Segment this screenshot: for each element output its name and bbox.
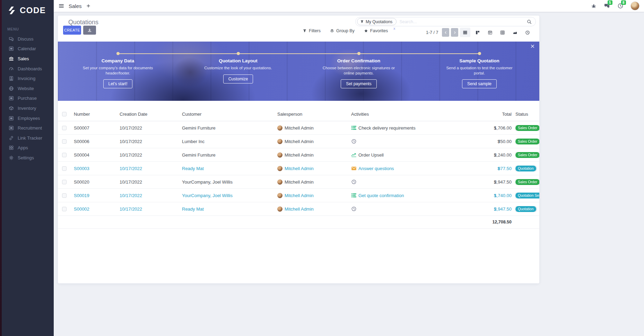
salesperson-name: Mitchell Admin [285,179,314,185]
search-facet[interactable]: My Quotations [357,18,397,25]
table-row[interactable]: S0000710/17/2022Gemini FurnitureMitchell… [58,121,539,135]
header-activities[interactable]: Activities [351,112,454,117]
table-row[interactable]: S0000310/17/2022Ready MatMitchell AdminA… [58,162,539,175]
header-total[interactable]: Total [454,112,512,117]
salesperson-avatar [277,179,282,185]
row-activity [351,179,454,185]
row-number: S00002 [70,206,115,212]
pager-previous-button[interactable] [442,28,449,37]
view-pivot-button[interactable] [497,28,508,37]
user-avatar[interactable] [631,2,639,10]
step-action-button[interactable]: Let's start! [103,79,133,88]
sidebar-item-sales[interactable]: Sales [0,54,54,64]
header-status[interactable]: Status [515,112,539,117]
row-checkbox[interactable] [62,207,67,211]
table-row[interactable]: S0000210/17/2022Ready MatMitchell Admin$… [58,202,539,216]
sidebar-item-website[interactable]: Website [0,83,54,94]
export-button[interactable] [83,26,96,35]
activity-label: Check delivery requirements [358,125,416,131]
banner-close-icon[interactable] [530,44,535,48]
sidebar-item-inventory[interactable]: Inventory [0,103,54,113]
view-kanban-button[interactable] [472,28,483,37]
filter-icon [360,20,364,24]
sidebar-item-invoicing[interactable]: Invoicing [0,73,54,83]
activity-clock-icon[interactable] [351,139,357,144]
app-logo[interactable]: CODE [0,0,54,15]
view-calendar-button[interactable] [485,28,495,37]
activity-mail-icon[interactable] [351,166,357,171]
row-status: Sales Order [515,179,539,185]
row-checkbox[interactable] [62,166,67,171]
pager: 1-7 / 7 [426,28,458,37]
sidebar-item-calendar[interactable]: Calendar [0,44,54,54]
step-description: Send a quotation to test the customer po… [443,65,516,76]
step-action-button[interactable]: Send sample [462,79,497,88]
activity-label: Answer questions [358,166,394,171]
favorites-button[interactable]: Favorites [364,28,388,33]
search-icon[interactable] [527,19,532,24]
row-checkbox[interactable] [62,180,67,184]
table-body: S0000710/17/2022Gemini FurnitureMitchell… [58,121,539,216]
sidebar-item-discuss[interactable]: Discuss [0,34,54,44]
sidebar: CODE MENU DiscussCalendarSalesDashboards… [0,0,54,336]
row-checkbox[interactable] [62,153,67,157]
activity-chart-icon[interactable] [351,152,357,158]
step-title: Quotation Layout [193,58,283,63]
table-row[interactable]: S0002010/17/2022YourCompany, Joel Willis… [58,175,539,189]
currency-symbol: $ [498,166,500,171]
header-creation-date[interactable]: Creation Date [115,112,178,117]
step-action-button[interactable]: Customize [223,74,253,83]
funnel-icon [303,29,307,33]
sidebar-item-dashboards[interactable]: Dashboards [0,64,54,74]
row-salesperson: Mitchell Admin [277,125,351,131]
search-input[interactable] [397,19,527,24]
frame-icon [9,96,14,101]
view-graph-button[interactable] [510,28,520,37]
row-number: S00006 [70,139,115,144]
activity-clock-icon[interactable] [351,179,357,185]
row-activity: Check delivery requirements [351,125,454,131]
header-customer[interactable]: Customer [178,112,277,117]
hamburger-menu-icon[interactable] [59,3,64,9]
sidebar-item-link-tracker[interactable]: Link Tracker [0,133,54,143]
step-action-button[interactable]: Set payments [341,79,376,88]
row-customer: Gemini Furniture [178,125,277,131]
row-checkbox[interactable] [62,139,67,144]
sidebar-item-settings[interactable]: Settings [0,153,54,163]
filters-button[interactable]: Filters [303,28,321,33]
new-tab-plus-icon[interactable] [86,4,90,8]
activity-tasks-icon[interactable] [351,125,357,131]
activity-tasks-icon[interactable] [351,193,357,198]
row-checkbox[interactable] [62,126,67,130]
sidebar-item-employees[interactable]: Employees [0,113,54,123]
activity-view-icon [525,30,530,35]
select-all-checkbox[interactable] [62,112,67,116]
salesperson-avatar [277,193,282,198]
sidebar-item-recruitment[interactable]: Recruitment [0,123,54,133]
salesperson-avatar [277,125,282,131]
bug-icon[interactable] [591,3,597,9]
breadcrumb[interactable]: Sales [69,3,82,9]
header-number[interactable]: Number [70,112,115,117]
activity-clock-icon[interactable] [351,206,357,212]
pager-next-button[interactable] [451,28,458,37]
sidebar-item-purchase[interactable]: Purchase [0,94,54,104]
table-row[interactable]: S0000610/17/2022Lumber IncMitchell Admin… [58,135,539,148]
graph-view-icon [513,30,517,35]
step-title: Sample Quotation [434,58,524,63]
activities-button[interactable]: 8 [617,3,624,9]
group-by-button[interactable]: Group By [330,28,355,33]
table-row[interactable]: S0000410/17/2022Gemini FurnitureMitchell… [58,148,539,162]
sidebar-item-apps[interactable]: Apps [0,143,54,153]
facet-remove-icon[interactable]: x [393,26,395,30]
step-title: Company Data [73,58,163,63]
row-activity: Answer questions [351,166,454,171]
row-total: $2,947.50 [454,179,512,185]
view-activity-button[interactable] [522,28,533,37]
row-checkbox[interactable] [62,193,67,198]
create-button[interactable]: CREATE [63,26,81,35]
header-salesperson[interactable]: Salesperson [277,112,351,117]
messages-button[interactable]: 5 [604,3,610,9]
table-row[interactable]: S0001910/17/2022YourCompany, Joel Willis… [58,189,539,202]
view-list-button[interactable] [460,28,470,37]
